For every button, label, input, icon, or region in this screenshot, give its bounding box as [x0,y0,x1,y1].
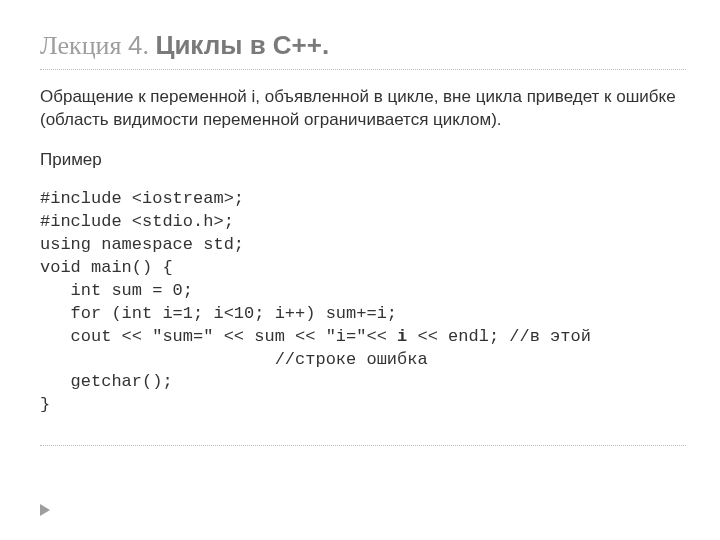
title-topic: Циклы в С++. [155,30,329,60]
code-line: int sum = 0; [40,281,193,300]
code-line: void main() { [40,258,173,277]
code-line: using namespace std; [40,235,244,254]
code-block: #include <iostream>; #include <stdio.h>;… [40,188,686,417]
code-line: #include <iostream>; [40,189,244,208]
title-separator: . [142,31,155,60]
next-slide-icon [40,504,50,516]
slide: Лекция 4. Циклы в С++. Обращение к перем… [0,0,720,540]
paragraph-text: Обращение к переменной i, объявленной в … [40,86,686,132]
divider-bottom [40,445,686,446]
slide-title: Лекция 4. Циклы в С++. [40,28,686,63]
code-line: //строке ошибка [40,350,428,369]
code-line: #include <stdio.h>; [40,212,234,231]
code-bold-i: i [397,327,407,346]
code-line: cout << "sum=" << sum << "i="<< [40,327,397,346]
divider-top [40,69,686,70]
code-line: for (int i=1; i<10; i++) sum+=i; [40,304,397,323]
code-line: getchar(); [40,372,173,391]
lecture-prefix: Лекция [40,31,121,60]
example-label: Пример [40,150,686,170]
code-line: } [40,395,50,414]
code-line: << endl; //в этой [407,327,591,346]
title-lecture-label: Лекция 4 [40,31,142,60]
lecture-number: 4 [128,30,142,60]
